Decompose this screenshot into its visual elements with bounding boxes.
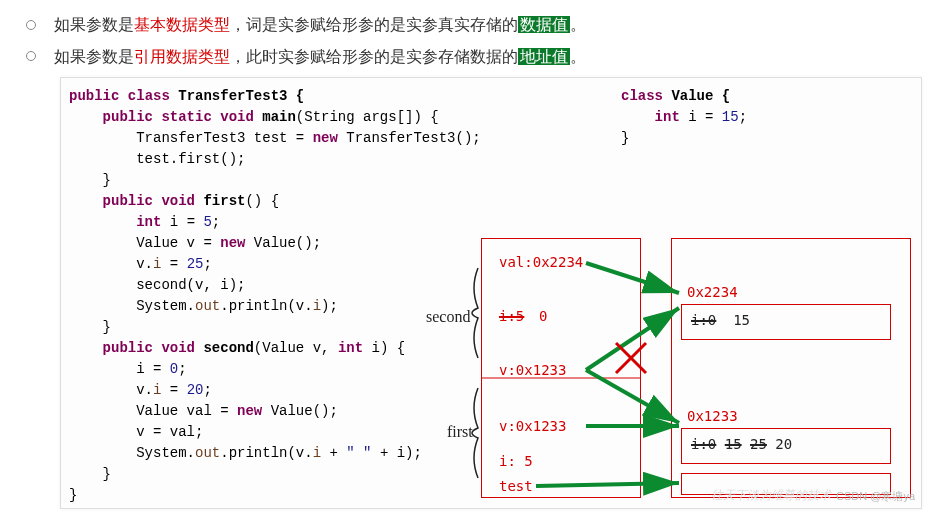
bullet-line-2: 如果参数是引用数据类型，此时实参赋给形参的是实参存储数据的地址值。 [20, 44, 928, 70]
stack-i-first: i: 5 [499, 453, 533, 469]
heap-addr-1233: 0x1233 [687, 408, 767, 428]
brace-label-first: first [447, 423, 473, 441]
stack-i-zero: 0 [539, 308, 547, 324]
stack-i-strike: i:5 [499, 308, 524, 324]
bullet-text-1: 如果参数是基本数据类型，词是实参赋给形参的是实参真实存储的数据值。 [54, 12, 586, 38]
heap-addr-2234: 0x2234 [687, 284, 767, 304]
brace-label-second: second [426, 308, 470, 326]
watermark: CSDN @寒塘ya [836, 489, 915, 504]
stack-v-first: v:0x1233 [499, 418, 566, 434]
obj1233-i: i:0 [691, 436, 716, 452]
bullet-text-2: 如果参数是引用数据类型，此时实参赋给形参的是实参存储数据的地址值。 [54, 44, 586, 70]
bullet-icon [26, 20, 36, 30]
bullet-line-1: 如果参数是基本数据类型，词是实参赋给形参的是实参真实存储的数据值。 [20, 12, 928, 38]
bullet-icon [26, 51, 36, 61]
obj2234-i: i:0 [691, 312, 716, 328]
code-main: public class TransferTest3 { public stat… [69, 86, 481, 506]
code-value: class Value { int i = 15; } [621, 86, 747, 149]
obj1233-25: 25 [750, 436, 767, 452]
obj2234-15: 15 [733, 312, 750, 328]
stack-val: val:0x2234 [499, 254, 583, 270]
obj1233-20: 20 [775, 436, 792, 452]
watermark-faint: 往天下淡为维尊的技术 [711, 487, 831, 504]
stack-v-second: v:0x1233 [499, 362, 566, 378]
code-area: public class TransferTest3 { public stat… [60, 77, 922, 509]
stack-test: test [499, 478, 533, 494]
obj1233-15: 15 [725, 436, 742, 452]
